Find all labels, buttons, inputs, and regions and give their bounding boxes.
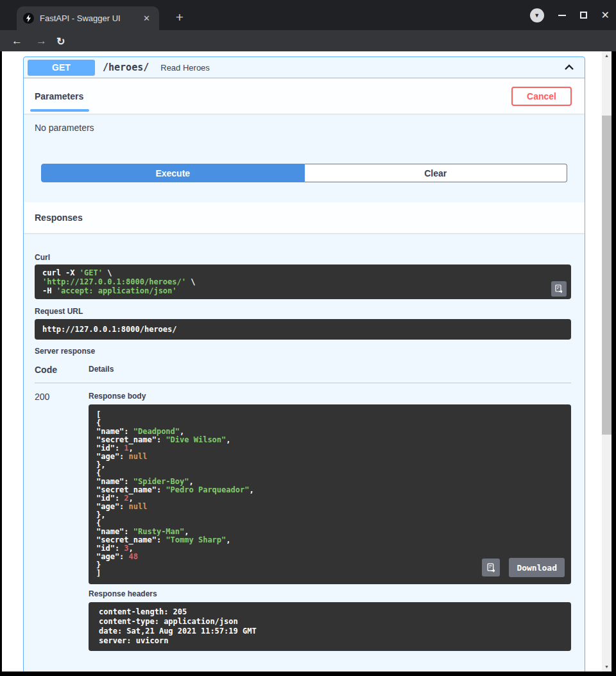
copy-response-button[interactable] — [482, 559, 500, 576]
scrollbar-thumb[interactable] — [602, 116, 612, 435]
responses-header: Responses — [24, 202, 585, 233]
response-body-block: [ { "name": "Deadpond", "secret_name": "… — [89, 404, 571, 584]
download-button[interactable]: Download — [509, 558, 565, 577]
details-column-header: Details — [89, 365, 114, 375]
response-table-header: Code Details — [35, 365, 571, 383]
method-badge: GET — [28, 60, 95, 76]
response-body-label: Response body — [89, 392, 571, 401]
scrollbar-down-icon[interactable]: ▼ — [602, 663, 612, 672]
collapse-chevron-icon[interactable] — [563, 62, 576, 73]
active-tab-underline — [30, 109, 89, 112]
scrollbar-up-icon[interactable]: ▲ — [602, 51, 612, 60]
curl-command-text: curl -X 'GET' \ 'http://127.0.0.1:8000/h… — [42, 268, 563, 295]
response-headers-text: content-length: 205content-type: applica… — [99, 607, 563, 646]
tab-parameters[interactable]: Parameters — [35, 91, 83, 101]
operation-path: /heroes/ — [103, 62, 149, 73]
browser-toolbar: ← → ↻ ⓘ 127.0.0.1:8000/docs#/default/rea… — [0, 30, 616, 51]
maximize-button[interactable] — [580, 12, 587, 19]
new-tab-button[interactable]: + — [171, 8, 189, 26]
window-close-button[interactable]: ✕ — [601, 10, 610, 21]
execute-row: Execute Clear — [41, 164, 567, 182]
status-code: 200 — [35, 392, 89, 651]
minimize-button[interactable] — [558, 15, 566, 16]
opblock-get-heroes: GET /heroes/ Read Heroes Parameters Canc… — [23, 56, 585, 672]
browser-tab[interactable]: FastAPI - Swagger UI ✕ — [17, 6, 159, 30]
request-url-text: http://127.0.0.1:8000/heroes/ — [42, 325, 177, 334]
server-response-table: Code Details 200 Response body [ { "name… — [35, 365, 571, 651]
forward-button[interactable]: → — [36, 35, 47, 48]
page-content: GET /heroes/ Read Heroes Parameters Canc… — [2, 51, 612, 672]
page-scrollbar[interactable]: ▲ ▼ — [602, 51, 612, 672]
responses-body: Curl curl -X 'GET' \ 'http://127.0.0.1:8… — [24, 233, 585, 664]
response-headers-label: Response headers — [89, 589, 571, 598]
tab-close-icon[interactable]: ✕ — [141, 12, 153, 24]
responses-title: Responses — [35, 212, 83, 223]
operation-summary: Read Heroes — [160, 63, 210, 73]
response-row-200: 200 Response body [ { "name": "Deadpond"… — [35, 383, 571, 651]
response-body-json: [ { "name": "Deadpond", "secret_name": "… — [96, 411, 563, 578]
cancel-button[interactable]: Cancel — [511, 87, 572, 106]
browser-titlebar: FastAPI - Swagger UI ✕ + ▼ ✕ — [0, 0, 616, 30]
parameters-header: Parameters Cancel — [24, 78, 585, 114]
fastapi-favicon-icon — [23, 13, 34, 24]
request-url-block: http://127.0.0.1:8000/heroes/ — [35, 319, 571, 340]
back-button[interactable]: ← — [12, 35, 22, 48]
tab-title: FastAPI - Swagger UI — [40, 13, 141, 23]
clear-button[interactable]: Clear — [305, 164, 568, 182]
request-url-label: Request URL — [35, 307, 571, 316]
server-response-label: Server response — [35, 347, 571, 356]
copy-curl-button[interactable] — [551, 281, 567, 297]
no-parameters-text: No parameters — [24, 114, 585, 133]
response-headers-block: content-length: 205content-type: applica… — [89, 602, 571, 651]
opblock-summary[interactable]: GET /heroes/ Read Heroes — [24, 57, 585, 78]
code-column-header: Code — [35, 365, 89, 375]
curl-label: Curl — [35, 253, 571, 262]
execute-button[interactable]: Execute — [41, 164, 305, 182]
reload-button[interactable]: ↻ — [56, 35, 65, 47]
curl-command-block: curl -X 'GET' \ 'http://127.0.0.1:8000/h… — [35, 264, 571, 299]
tab-search-icon[interactable]: ▼ — [530, 8, 544, 22]
